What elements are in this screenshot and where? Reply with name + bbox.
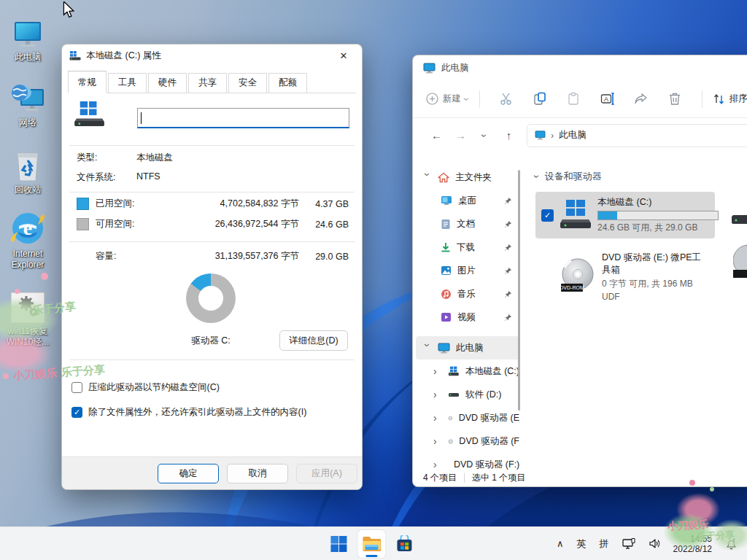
partial-drive-tile[interactable] — [732, 198, 747, 229]
this-pc-icon — [438, 343, 450, 354]
ime-pinyin-indicator[interactable]: 拼 — [595, 537, 614, 551]
compress-checkbox[interactable] — [71, 382, 82, 393]
sidebar-item-dvd-f[interactable]: › DVD 驱动器 (F — [416, 429, 519, 453]
tab-quota[interactable]: 配额 — [268, 73, 307, 93]
tab-hardware[interactable]: 硬件 — [148, 73, 187, 93]
dialog-titlebar[interactable]: 本地磁盘 (C:) 属性 ✕ — [62, 44, 362, 66]
apply-button[interactable]: 应用(A) — [296, 464, 357, 483]
explorer-toolbar: 新建 › A 排序 — [413, 80, 747, 118]
volume-label-input[interactable] — [137, 108, 349, 128]
explorer-titlebar[interactable]: 此电脑 — [413, 55, 747, 80]
properties-dialog: 本地磁盘 (C:) 属性 ✕ 常规 工具 硬件 共享 安全 配额 类型: 本地磁… — [61, 44, 363, 490]
tab-general[interactable]: 常规 — [68, 71, 107, 93]
tab-security[interactable]: 安全 — [228, 73, 267, 93]
sidebar-item-videos[interactable]: 视频 — [416, 306, 519, 329]
capacity-bytes: 31,139,557,376 字节 — [190, 250, 299, 262]
used-space-swatch — [77, 198, 89, 210]
filesystem-label: 文件系统: — [77, 171, 136, 184]
sidebar-item-desktop[interactable]: 桌面 — [416, 189, 519, 212]
sidebar-item-label: 音乐 — [457, 288, 476, 300]
sidebar-item-label: 下载 — [457, 241, 475, 254]
paste-button[interactable] — [557, 92, 591, 106]
file-explorer-taskbar-button[interactable] — [357, 530, 385, 558]
sidebar-item-dvd-f2[interactable]: › DVD 驱动器 (F:) — [416, 453, 519, 470]
divider — [69, 192, 355, 192]
sidebar-item-home[interactable]: › 主文件夹 — [416, 166, 519, 189]
type-value: 本地磁盘 — [136, 152, 173, 164]
sidebar-item-label: 主文件夹 — [455, 171, 492, 184]
trash-icon — [668, 92, 681, 106]
toolbar-divider — [479, 90, 480, 108]
close-icon[interactable]: ✕ — [333, 47, 355, 64]
delete-button[interactable] — [658, 92, 692, 106]
tray-expand-button[interactable]: ∧ — [551, 538, 569, 549]
index-checkbox[interactable]: ✓ — [71, 407, 82, 418]
compress-checkbox-row[interactable]: 压缩此驱动器以节约磁盘空间(C) — [71, 381, 220, 394]
sidebar-scrollbar[interactable] — [518, 170, 520, 411]
copy-button[interactable] — [524, 92, 557, 106]
drive-tile-dvd-e[interactable]: DVD-ROM DVD 驱动器 (E:) 微PE工具箱 0 字节 可用, 共 1… — [535, 247, 715, 306]
share-button[interactable] — [624, 92, 658, 106]
breadcrumb[interactable]: › 此电脑 — [527, 124, 747, 147]
sidebar-item-this-pc[interactable]: › 此电脑 — [416, 336, 519, 359]
tab-sharing[interactable]: 共享 — [188, 73, 227, 93]
index-checkbox-row[interactable]: ✓ 除了文件属性外，还允许索引此驱动器上文件的内容(I) — [71, 406, 306, 419]
compress-checkbox-label: 压缩此驱动器以节约磁盘空间(C) — [88, 381, 220, 394]
chevron-collapsed-icon: › — [433, 459, 442, 470]
sidebar-item-label: 此电脑 — [456, 342, 484, 354]
cut-button[interactable] — [490, 92, 524, 106]
desktop-icon-recycle-bin[interactable]: 回收站 — [0, 146, 55, 195]
sidebar-item-downloads[interactable]: 下载 — [416, 236, 519, 259]
free-space-row: 可用空间: 26,436,972,544 字节 24.6 GB — [77, 218, 349, 230]
back-button[interactable]: ← — [425, 129, 449, 141]
drive-info: 24.6 GB 可用, 共 29.0 GB — [597, 222, 709, 234]
ok-button[interactable]: 确定 — [158, 464, 219, 483]
new-button[interactable]: 新建 › — [426, 93, 469, 105]
details-button[interactable]: 详细信息(D) — [279, 330, 348, 351]
desktop-icon-win11-restore[interactable]: win11恢复 WIN10经... — [0, 287, 55, 348]
sidebar-item-documents[interactable]: 文档 — [416, 212, 519, 236]
explorer-content: › 设备和驱动器 ✓ 本地磁盘 (C:) 24.6 GB 可用, 共 29.0 … — [522, 152, 747, 470]
desktop-icon-label: Internet Explorer — [0, 249, 55, 271]
computer-icon — [0, 13, 55, 50]
chevron-collapsed-icon: › — [433, 365, 442, 377]
chevron-down-icon: › — [479, 133, 490, 137]
divider — [69, 359, 355, 360]
notification-bell-icon[interactable] — [719, 537, 743, 550]
share-icon — [634, 92, 648, 106]
recent-locations-button[interactable]: › — [473, 130, 497, 141]
sidebar-item-label: 本地磁盘 (C:) — [465, 365, 519, 378]
desktop-icon-this-pc[interactable]: 此电脑 — [0, 13, 55, 63]
section-devices-and-drives[interactable]: › 设备和驱动器 — [535, 170, 747, 183]
breadcrumb-root: 此电脑 — [559, 129, 587, 141]
start-button[interactable] — [325, 530, 352, 558]
drive-usage-bar — [597, 211, 719, 220]
forward-button[interactable]: → — [449, 129, 473, 141]
sidebar-item-music[interactable]: 音乐 — [416, 282, 519, 306]
rename-button[interactable]: A — [591, 92, 624, 106]
selected-checkbox[interactable]: ✓ — [541, 209, 554, 222]
drive-tile-c[interactable]: ✓ 本地磁盘 (C:) 24.6 GB 可用, 共 29.0 GB — [535, 192, 715, 238]
sidebar-item-dvd-e[interactable]: › DVD 驱动器 (E — [416, 406, 519, 429]
cancel-button[interactable]: 取消 — [227, 464, 288, 483]
pin-icon — [504, 244, 512, 252]
partial-dvd-tile[interactable] — [733, 244, 747, 282]
desktop-icon-internet-explorer[interactable]: e Internet Explorer — [0, 210, 55, 271]
taskbar-clock[interactable]: 14:55 2022/8/12 — [669, 534, 716, 554]
tab-tools[interactable]: 工具 — [108, 73, 147, 93]
microsoft-store-taskbar-button[interactable] — [390, 530, 418, 558]
volume-icon[interactable] — [643, 538, 666, 549]
used-space-bytes: 4,702,584,832 字节 — [190, 198, 299, 210]
desktop-icon-network[interactable]: 网络 — [0, 79, 55, 128]
music-icon — [441, 289, 452, 300]
tray-date: 2022/8/12 — [673, 544, 712, 554]
up-button[interactable]: ↑ — [497, 129, 521, 141]
ime-english-indicator[interactable]: 英 — [572, 537, 592, 551]
sort-button[interactable]: 排序 — [713, 93, 747, 105]
sidebar-item-pictures[interactable]: 图片 — [416, 259, 519, 282]
sidebar-item-drive-d[interactable]: › 软件 (D:) — [416, 383, 519, 406]
sidebar-item-local-disk-c[interactable]: › 本地磁盘 (C:) — [416, 359, 519, 383]
breadcrumb-separator: › — [551, 131, 554, 141]
network-icon[interactable] — [617, 538, 640, 550]
download-icon — [441, 242, 451, 253]
